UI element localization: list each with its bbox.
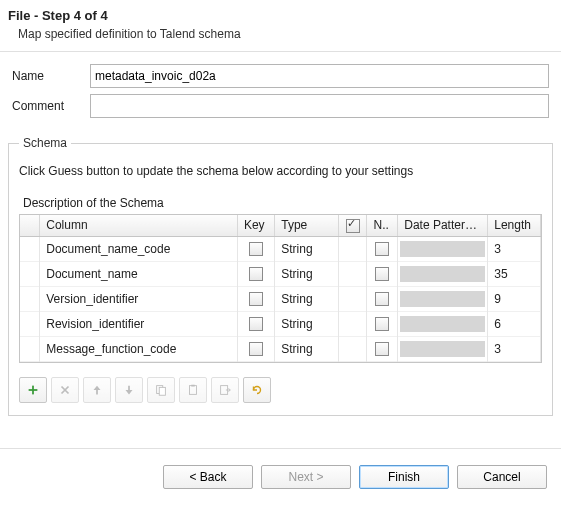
delete-row-button[interactable] [51,377,79,403]
cell-length[interactable]: 3 [488,236,541,261]
export-button[interactable] [211,377,239,403]
col-header-length[interactable]: Length [488,215,541,236]
wizard-dialog: File - Step 4 of 4 Map specified definit… [0,0,561,505]
cell-check[interactable] [338,236,367,261]
cell-column[interactable]: Message_function_code [40,336,238,361]
shaded-cell [400,241,485,257]
cell-type[interactable]: String [275,261,339,286]
table-row[interactable]: Message_function_codeString3 [20,336,541,361]
schema-legend: Schema [19,136,71,150]
cell-date[interactable] [398,286,488,311]
checkbox-icon [249,267,263,281]
table-row[interactable]: Document_name_codeString3 [20,236,541,261]
cell-key[interactable] [237,286,274,311]
finish-button[interactable]: Finish [359,465,449,489]
cell-length[interactable]: 3 [488,336,541,361]
schema-group: Schema Click Guess button to update the … [8,136,553,416]
cancel-button[interactable]: Cancel [457,465,547,489]
table-row[interactable]: Document_nameString35 [20,261,541,286]
dialog-header: File - Step 4 of 4 Map specified definit… [0,0,561,52]
cell-check[interactable] [338,286,367,311]
col-header-key[interactable]: Key [237,215,274,236]
row-handle[interactable] [20,286,40,311]
cell-type[interactable]: String [275,311,339,336]
cell-key[interactable] [237,236,274,261]
dialog-subtitle: Map specified definition to Talend schem… [18,27,549,41]
cell-column[interactable]: Document_name [40,261,238,286]
table-row[interactable]: Version_identifierString9 [20,286,541,311]
cell-type[interactable]: String [275,236,339,261]
cell-length[interactable]: 6 [488,311,541,336]
shaded-cell [400,341,485,357]
form-area: Name Comment [0,52,561,132]
name-input[interactable] [90,64,549,88]
shaded-cell [400,266,485,282]
shaded-cell [400,291,485,307]
cell-date[interactable] [398,261,488,286]
paste-icon [186,383,200,397]
col-header-check[interactable] [338,215,367,236]
move-up-button[interactable] [83,377,111,403]
cell-column[interactable]: Revision_identifier [40,311,238,336]
cell-key[interactable] [237,336,274,361]
export-icon [218,383,232,397]
svg-rect-4 [190,385,197,394]
col-header-handle[interactable] [20,215,40,236]
x-icon [58,383,72,397]
col-header-column[interactable]: Column [40,215,238,236]
cell-check[interactable] [338,311,367,336]
move-down-button[interactable] [115,377,143,403]
table-row[interactable]: Revision_identifierString6 [20,311,541,336]
cell-column[interactable]: Document_name_code [40,236,238,261]
col-header-type[interactable]: Type [275,215,339,236]
cell-check[interactable] [338,336,367,361]
paste-button[interactable] [179,377,207,403]
checkbox-icon [249,317,263,331]
cell-check[interactable] [338,261,367,286]
cell-nullable[interactable] [367,236,398,261]
schema-toolbar [19,377,542,403]
checkbox-icon [375,292,389,306]
back-button[interactable]: < Back [163,465,253,489]
cell-date[interactable] [398,236,488,261]
schema-hint: Click Guess button to update the schema … [19,164,542,178]
cell-date[interactable] [398,336,488,361]
next-button[interactable]: Next > [261,465,351,489]
row-handle[interactable] [20,311,40,336]
dialog-title: File - Step 4 of 4 [8,8,549,23]
cell-type[interactable]: String [275,336,339,361]
svg-rect-3 [159,387,165,395]
check-icon [346,219,360,233]
arrow-up-icon [90,383,104,397]
svg-rect-1 [29,389,38,391]
add-row-button[interactable] [19,377,47,403]
checkbox-icon [375,242,389,256]
comment-input[interactable] [90,94,549,118]
cell-nullable[interactable] [367,336,398,361]
cell-date[interactable] [398,311,488,336]
col-header-nullable[interactable]: N.. [367,215,398,236]
cell-nullable[interactable] [367,311,398,336]
checkbox-icon [249,292,263,306]
checkbox-icon [375,342,389,356]
row-handle[interactable] [20,261,40,286]
col-header-date[interactable]: Date Pattern... [398,215,488,236]
shaded-cell [400,316,485,332]
checkbox-icon [249,342,263,356]
guess-button[interactable] [243,377,271,403]
cell-nullable[interactable] [367,286,398,311]
copy-icon [154,383,168,397]
checkbox-icon [375,317,389,331]
copy-button[interactable] [147,377,175,403]
row-handle[interactable] [20,336,40,361]
row-handle[interactable] [20,236,40,261]
cell-length[interactable]: 9 [488,286,541,311]
cell-key[interactable] [237,311,274,336]
cell-nullable[interactable] [367,261,398,286]
comment-label: Comment [12,99,90,113]
plus-icon [26,383,40,397]
cell-key[interactable] [237,261,274,286]
cell-type[interactable]: String [275,286,339,311]
cell-length[interactable]: 35 [488,261,541,286]
cell-column[interactable]: Version_identifier [40,286,238,311]
